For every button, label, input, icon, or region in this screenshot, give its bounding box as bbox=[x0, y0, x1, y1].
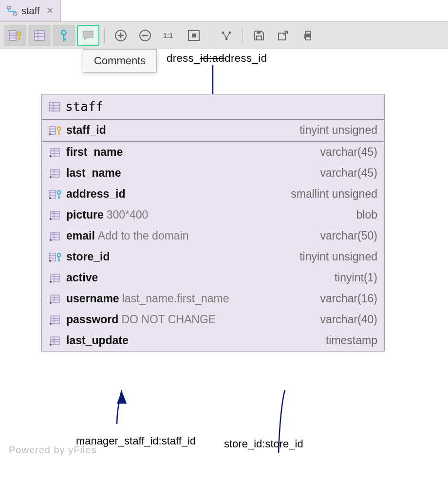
toolbar-separator bbox=[210, 28, 210, 43]
column-type: varchar(45) bbox=[320, 146, 377, 159]
column-name: last_update bbox=[66, 334, 129, 347]
column-row[interactable]: address_idsmallint unsigned bbox=[42, 184, 384, 204]
column-row[interactable]: emailAdd to the domainvarchar(50) bbox=[42, 225, 384, 246]
column-col-icon bbox=[49, 210, 62, 221]
column-row[interactable]: first_namevarchar(45) bbox=[42, 142, 384, 163]
export-button[interactable] bbox=[272, 25, 295, 46]
column-name: address_id bbox=[66, 187, 125, 201]
column-name: first_name bbox=[66, 146, 123, 159]
toolbar: 1:1 Comments bbox=[0, 22, 448, 49]
svg-rect-64 bbox=[49, 253, 56, 261]
svg-rect-19 bbox=[192, 34, 196, 37]
svg-point-52 bbox=[49, 197, 51, 199]
svg-rect-39 bbox=[51, 148, 59, 156]
fit-content-button[interactable] bbox=[183, 25, 205, 46]
column-row[interactable]: last_updatetimestamp bbox=[42, 330, 384, 351]
column-type: tinyint(1) bbox=[335, 271, 377, 284]
svg-rect-23 bbox=[257, 36, 261, 40]
column-name: password bbox=[66, 313, 118, 326]
svg-rect-74 bbox=[51, 295, 59, 303]
svg-point-11 bbox=[62, 30, 66, 35]
svg-point-43 bbox=[50, 155, 52, 157]
column-type: tinyint unsigned bbox=[299, 250, 377, 263]
column-row[interactable]: passwordDO NOT CHANGEvarchar(40) bbox=[42, 309, 384, 330]
svg-rect-7 bbox=[35, 31, 44, 40]
watermark: Powered by yFiles bbox=[9, 444, 96, 456]
column-name: last_name bbox=[66, 166, 121, 180]
tooltip: Comments bbox=[83, 49, 157, 73]
column-name: store_id bbox=[66, 250, 110, 263]
column-col-icon bbox=[49, 273, 62, 283]
column-type: timestamp bbox=[326, 334, 377, 347]
column-type: tinyint unsigned bbox=[299, 124, 377, 137]
svg-point-37 bbox=[49, 133, 51, 135]
svg-point-21 bbox=[229, 31, 231, 34]
svg-rect-79 bbox=[51, 316, 59, 324]
tab-bar: staff ✕ bbox=[0, 0, 448, 22]
key-button[interactable] bbox=[53, 25, 75, 46]
svg-text:1:1: 1:1 bbox=[163, 32, 173, 39]
column-type: varchar(40) bbox=[320, 313, 377, 326]
layout-button[interactable] bbox=[215, 25, 238, 46]
column-col-icon bbox=[49, 335, 62, 346]
column-row[interactable]: activetinyint(1) bbox=[42, 267, 384, 288]
view-columns-button[interactable] bbox=[28, 25, 51, 46]
column-fk-icon bbox=[49, 252, 62, 262]
column-row[interactable]: picture300*400blob bbox=[42, 204, 384, 225]
column-comment: 300*400 bbox=[107, 208, 149, 222]
svg-rect-69 bbox=[51, 274, 59, 282]
svg-rect-0 bbox=[7, 6, 11, 9]
svg-point-38 bbox=[57, 127, 61, 130]
svg-point-53 bbox=[57, 190, 61, 194]
close-icon[interactable]: ✕ bbox=[46, 5, 54, 16]
toolbar-separator bbox=[243, 28, 243, 43]
print-button[interactable] bbox=[297, 25, 319, 46]
table-icon bbox=[49, 102, 60, 111]
svg-point-6 bbox=[18, 32, 21, 35]
relation-label-top: dress_id:address_id bbox=[167, 52, 267, 65]
column-name: email bbox=[66, 229, 95, 242]
svg-point-22 bbox=[225, 37, 228, 40]
save-button[interactable] bbox=[248, 25, 270, 46]
svg-rect-34 bbox=[49, 127, 56, 134]
column-fk-icon bbox=[49, 189, 62, 200]
svg-rect-49 bbox=[49, 190, 56, 198]
column-col-icon bbox=[49, 147, 62, 158]
column-name: picture bbox=[66, 208, 104, 222]
column-col-icon bbox=[49, 314, 62, 325]
column-row[interactable]: store_idtinyint unsigned bbox=[42, 246, 384, 267]
tab-label: staff bbox=[21, 5, 39, 17]
svg-point-63 bbox=[50, 239, 52, 241]
svg-point-68 bbox=[57, 253, 61, 257]
zoom-in-button[interactable] bbox=[110, 25, 132, 46]
diagram-canvas[interactable]: dress_id:address_id staff staff_idtinyin… bbox=[0, 49, 448, 481]
entity-staff[interactable]: staff staff_idtinyint unsignedfirst_name… bbox=[41, 94, 385, 352]
svg-rect-24 bbox=[257, 31, 261, 34]
diagram-tab-icon bbox=[7, 6, 18, 16]
column-name: staff_id bbox=[66, 124, 106, 137]
svg-point-58 bbox=[50, 218, 52, 220]
comments-button[interactable] bbox=[77, 25, 99, 46]
view-columns-key-button[interactable] bbox=[4, 25, 26, 46]
tab-staff[interactable]: staff ✕ bbox=[0, 0, 61, 21]
svg-rect-54 bbox=[51, 211, 59, 219]
column-row[interactable]: usernamelast_name.first_namevarchar(16) bbox=[42, 288, 384, 309]
actual-size-button[interactable]: 1:1 bbox=[158, 25, 181, 46]
column-type: blob bbox=[356, 208, 377, 222]
svg-rect-27 bbox=[305, 31, 310, 34]
svg-point-88 bbox=[50, 344, 52, 346]
column-comment: DO NOT CHANGE bbox=[121, 313, 216, 326]
svg-point-78 bbox=[50, 302, 52, 304]
svg-rect-30 bbox=[49, 102, 60, 111]
toolbar-separator bbox=[104, 28, 105, 43]
svg-rect-28 bbox=[305, 37, 310, 40]
svg-rect-59 bbox=[51, 232, 59, 240]
svg-point-67 bbox=[49, 260, 51, 262]
zoom-out-button[interactable] bbox=[134, 25, 156, 46]
column-row[interactable]: last_namevarchar(45) bbox=[42, 163, 384, 184]
svg-point-73 bbox=[50, 281, 52, 283]
svg-rect-84 bbox=[51, 337, 59, 345]
entity-header[interactable]: staff bbox=[42, 94, 384, 120]
column-type: smallint unsigned bbox=[291, 187, 377, 201]
column-row[interactable]: staff_idtinyint unsigned bbox=[42, 120, 384, 142]
